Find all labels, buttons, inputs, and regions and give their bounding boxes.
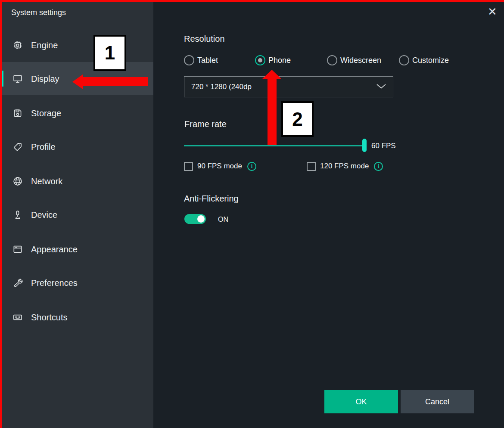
close-icon: ✕	[488, 6, 497, 17]
sidebar-item-storage[interactable]: Storage	[0, 96, 153, 130]
fps-90-row: 90 FPS mode i	[184, 161, 256, 171]
info-icon[interactable]: i	[247, 162, 256, 171]
frame-rate-slider-track[interactable]	[184, 145, 362, 146]
resolution-dropdown[interactable]: 720 * 1280 (240dp	[184, 76, 393, 97]
radio-option-phone[interactable]: Phone	[255, 55, 291, 66]
sidebar-item-label: Profile	[31, 142, 56, 152]
radio-option-customize[interactable]: Customize	[399, 55, 449, 66]
radio-label: Tablet	[197, 56, 218, 65]
cpu-icon	[12, 40, 23, 51]
frame-rate-slider-handle[interactable]	[362, 139, 367, 152]
ok-button[interactable]: OK	[324, 390, 398, 413]
sidebar-item-label: Preferences	[31, 278, 78, 288]
frame-rate-value: 60 FPS	[371, 142, 396, 150]
fps-120-row: 120 FPS mode i	[307, 161, 383, 171]
sidebar-item-engine[interactable]: Engine	[0, 28, 153, 62]
microphone-icon	[12, 209, 23, 220]
annotation-border-top	[0, 0, 504, 2]
globe-icon	[12, 176, 23, 187]
settings-sidebar: System settings Engine Display	[0, 0, 153, 428]
radio-label: Phone	[268, 56, 291, 65]
sidebar-item-label: Appearance	[31, 244, 78, 254]
radio-circle	[327, 55, 337, 65]
radio-circle	[255, 55, 265, 65]
sidebar-item-label: Storage	[31, 108, 61, 118]
annotation-arrow-1-head	[72, 74, 83, 89]
fps-90-label: 90 FPS mode	[197, 162, 242, 171]
anti-flickering-section-label: Anti-Flickering	[184, 194, 239, 204]
resolution-section-label: Resolution	[184, 34, 225, 44]
sidebar-item-shortcuts[interactable]: Shortcuts	[0, 301, 153, 334]
sidebar-item-label: Engine	[31, 40, 58, 50]
annotation-arrow-2-head	[262, 70, 281, 79]
wrench-icon	[12, 277, 23, 288]
sidebar-title: System settings	[11, 8, 66, 17]
annotation-border-left	[0, 0, 2, 428]
anti-flickering-state: ON	[218, 216, 228, 223]
annotation-step-2-box: 2	[281, 101, 314, 137]
frame-rate-section-label: Frame rate	[184, 119, 227, 129]
tag-icon	[12, 141, 23, 152]
floppy-icon	[12, 108, 23, 119]
sidebar-item-profile[interactable]: Profile	[0, 130, 153, 163]
keyboard-icon	[12, 312, 23, 323]
sidebar-item-device[interactable]: Device	[0, 198, 153, 231]
radio-circle	[184, 55, 194, 65]
radio-option-tablet[interactable]: Tablet	[184, 55, 218, 66]
monitor-icon	[12, 73, 23, 84]
sidebar-item-network[interactable]: Network	[0, 164, 153, 198]
chevron-down-icon	[376, 83, 387, 91]
resolution-dropdown-value: 720 * 1280 (240dp	[191, 83, 252, 91]
toggle-knob	[197, 215, 205, 223]
radio-label: Widescreen	[340, 56, 381, 65]
sidebar-item-appearance[interactable]: Appearance	[0, 233, 153, 266]
sidebar-item-label: Shortcuts	[31, 312, 67, 322]
radio-circle	[399, 55, 409, 65]
annotation-step-1-box: 1	[93, 35, 126, 71]
fps-90-checkbox[interactable]	[184, 162, 193, 171]
display-settings-panel: ✕ Resolution Tablet Phone Widescreen Cus…	[153, 0, 504, 428]
sidebar-item-label: Network	[31, 176, 62, 186]
sidebar-item-label: Device	[31, 210, 57, 220]
fps-120-checkbox[interactable]	[307, 162, 316, 171]
window-icon	[12, 244, 23, 255]
annotation-arrow-1-shaft	[82, 77, 148, 86]
annotation-arrow-2-shaft	[268, 78, 277, 145]
cancel-button[interactable]: Cancel	[401, 390, 474, 413]
info-icon[interactable]: i	[374, 162, 383, 171]
sidebar-item-preferences[interactable]: Preferences	[0, 266, 153, 299]
close-button[interactable]: ✕	[484, 3, 501, 20]
sidebar-item-label: Display	[31, 74, 59, 84]
anti-flickering-toggle[interactable]	[184, 214, 206, 224]
fps-120-label: 120 FPS mode	[320, 162, 369, 171]
radio-label: Customize	[412, 56, 449, 65]
radio-option-widescreen[interactable]: Widescreen	[327, 55, 381, 66]
